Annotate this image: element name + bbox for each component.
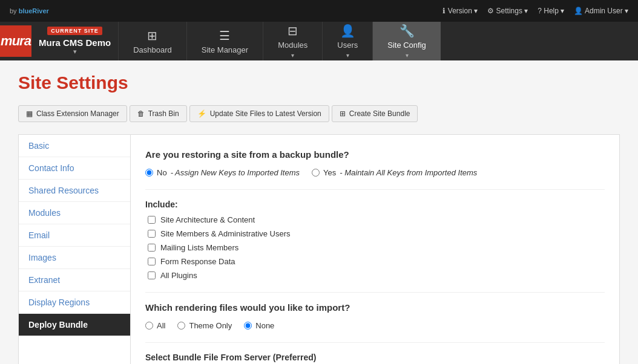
nav-item-site-config[interactable]: 🔧 Site Config ▾ [372,22,441,60]
include-site-members[interactable]: Site Members & Administrative Users [148,229,605,238]
logo: mura [0,25,31,57]
nav-item-dashboard[interactable]: ⊞ Dashboard [118,22,186,60]
modules-icon: ⊟ [288,24,298,38]
site-config-caret: ▾ [406,52,409,59]
mailing-lists-checkbox[interactable] [148,244,156,252]
nav-item-site-manager[interactable]: ☰ Site Manager [186,22,263,60]
users-icon: 👤 [340,24,355,38]
site-arch-checkbox[interactable] [148,216,156,224]
tab-create-site-bundle[interactable]: ⊞ Create Site Bundle [332,105,418,122]
users-label: Users [337,41,358,50]
class-extension-icon: ▦ [26,109,33,118]
include-form-response[interactable]: Form Response Data [148,257,605,266]
sidebar-item-basic[interactable]: Basic [19,135,130,157]
include-label: Include: [145,200,605,209]
admin-menu[interactable]: 👤 Admin User ▾ [574,7,628,15]
include-all-plugins[interactable]: All Plugins [148,271,605,280]
rendering-theme-only-radio[interactable] [177,322,185,330]
sidebar-item-email[interactable]: Email [19,224,130,247]
users-caret: ▾ [346,52,349,59]
divider-2 [145,292,605,293]
sidebar-item-images[interactable]: Images [19,247,130,269]
site-name-caret: ▾ [73,48,77,56]
restore-yes-desc: - Maintain All Keys from Imported Items [340,168,477,177]
version-menu[interactable]: ℹ Version ▾ [442,7,478,15]
form-response-checkbox[interactable] [148,258,156,265]
restore-no-option[interactable]: No - Assign New Keys to Imported Items [145,168,300,177]
nav-item-users[interactable]: 👤 Users ▾ [322,22,372,60]
site-config-label: Site Config [387,41,426,50]
top-bar-right: ℹ Version ▾ ⚙ Settings ▾ ? Help ▾ 👤 Admi… [442,7,628,15]
top-bar: by blueRiver ℹ Version ▾ ⚙ Settings ▾ ? … [0,0,638,22]
modules-label: Modules [278,41,307,50]
sidebar-item-modules[interactable]: Modules [19,202,130,224]
dashboard-icon: ⊞ [147,28,157,43]
bundle-icon: ⊞ [340,109,346,118]
divider-3 [145,342,605,343]
brand-label: by blueRiver [10,7,49,15]
page-content: Site Settings ▦ Class Extension Manager … [0,60,638,364]
sidebar-item-deploy-bundle[interactable]: Deploy Bundle [19,314,130,336]
main-layout: Basic Contact Info Shared Resources Modu… [18,134,620,364]
bundle-section: Select Bundle File From Server (Preferre… [145,353,605,364]
main-nav: mura CURRENT SITE Mura CMS Demo ▾ ⊞ Dash… [0,22,638,60]
bundle-title: Select Bundle File From Server (Preferre… [145,353,605,362]
site-manager-label: Site Manager [202,45,248,54]
rendering-section: Which rendering files would you like to … [145,302,605,330]
current-site-badge: CURRENT SITE [47,27,102,35]
sidebar-item-display-regions[interactable]: Display Regions [19,291,130,314]
sidebar-item-contact-info[interactable]: Contact Info [19,157,130,180]
help-menu[interactable]: ? Help ▾ [538,7,564,15]
sidebar-item-shared-resources[interactable]: Shared Resources [19,180,130,202]
dashboard-label: Dashboard [133,45,172,54]
rendering-radios: All Theme Only None [145,321,605,330]
rendering-all-option[interactable]: All [145,321,165,330]
tab-class-extension-manager[interactable]: ▦ Class Extension Manager [18,105,127,122]
site-manager-icon: ☰ [219,28,230,43]
site-name: Mura CMS Demo [39,37,111,48]
tab-trash-bin[interactable]: 🗑 Trash Bin [130,105,187,122]
restore-radio-group: No - Assign New Keys to Imported Items Y… [145,168,605,177]
site-config-icon: 🔧 [400,24,415,38]
settings-menu[interactable]: ⚙ Settings ▾ [487,7,528,15]
tab-bar: ▦ Class Extension Manager 🗑 Trash Bin ⚡ … [18,105,620,122]
rendering-all-radio[interactable] [145,322,153,330]
main-panel: Are you restoring a site from a backup b… [130,134,620,364]
modules-caret: ▾ [291,52,294,59]
restore-yes-radio[interactable] [312,169,320,177]
include-mailing-lists[interactable]: Mailing Lists Members [148,243,605,252]
nav-brand[interactable]: CURRENT SITE Mura CMS Demo ▾ [31,24,118,58]
update-icon: ⚡ [197,109,206,118]
rendering-none-option[interactable]: None [244,321,274,330]
top-bar-left: by blueRiver [10,7,49,15]
tab-update-site-files[interactable]: ⚡ Update Site Files to Latest Version [189,105,329,122]
rendering-theme-only-option[interactable]: Theme Only [177,321,232,330]
restore-question: Are you restoring a site from a backup b… [145,149,605,160]
rendering-question: Which rendering files would you like to … [145,302,605,313]
site-members-checkbox[interactable] [148,230,156,238]
include-checkbox-group: Site Architecture & Content Site Members… [145,215,605,280]
restore-no-desc: - Assign New Keys to Imported Items [171,168,300,177]
restore-yes-option[interactable]: Yes - Maintain All Keys from Imported It… [312,168,477,177]
divider-1 [145,189,605,190]
sidebar-item-extranet[interactable]: Extranet [19,269,130,291]
all-plugins-checkbox[interactable] [148,271,156,279]
nav-item-modules[interactable]: ⊟ Modules ▾ [263,22,322,60]
logo-area: mura CURRENT SITE Mura CMS Demo ▾ [0,22,118,60]
page-title: Site Settings [18,73,620,93]
include-site-arch[interactable]: Site Architecture & Content [148,215,605,224]
rendering-none-radio[interactable] [244,322,252,330]
sidebar: Basic Contact Info Shared Resources Modu… [18,134,130,364]
restore-no-radio[interactable] [145,169,153,177]
trash-icon: 🗑 [137,109,145,118]
